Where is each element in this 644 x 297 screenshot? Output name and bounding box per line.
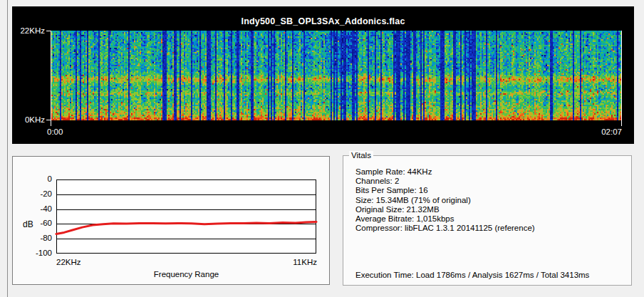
frequency-response-curve <box>13 157 331 286</box>
vitals-title: Vitals <box>349 151 373 160</box>
frequency-range-chart-panel: 0-20-40-60-80-100 dB 22KHz 11KHz Frequen… <box>12 156 330 285</box>
spectrogram-axis-left <box>51 31 51 126</box>
spectrogram-ymax-label: 22KHz <box>14 26 45 35</box>
spectrogram-ymin-label: 0KHz <box>14 115 45 124</box>
vitals-bits-per-sample: Bits Per Sample: 16 <box>355 186 535 195</box>
file-title: Indy500_SB_OPL3SAx_Addonics.flac <box>12 16 634 26</box>
analyzer-window: Indy500_SB_OPL3SAx_Addonics.flac 22KHz 0… <box>0 0 644 297</box>
vitals-list: Sample Rate: 44KHz Channels: 2 Bits Per … <box>355 167 535 233</box>
vitals-original-size: Original Size: 21.32MB <box>355 205 535 214</box>
spectrogram-time-end: 02:07 <box>565 127 622 136</box>
window-frame-edge <box>7 0 8 297</box>
spectrogram-panel: Indy500_SB_OPL3SAx_Addonics.flac 22KHz 0… <box>12 6 634 144</box>
vitals-average-bitrate: Average Bitrate: 1,015kbps <box>355 214 535 224</box>
spectrogram-axis-right <box>621 31 622 126</box>
execution-time: Execution Time: Load 1786ms / Analysis 1… <box>355 271 589 279</box>
vitals-groupbox: Vitals Sample Rate: 44KHz Channels: 2 Bi… <box>343 155 632 286</box>
vitals-sample-rate: Sample Rate: 44KHz <box>355 167 535 177</box>
vitals-size: Size: 15.34MB (71% of original) <box>355 196 535 205</box>
spectrogram-canvas <box>51 31 621 120</box>
spectrogram-time-start: 0:00 <box>47 127 63 136</box>
vitals-channels: Channels: 2 <box>355 177 535 186</box>
vitals-compressor: Compressor: libFLAC 1.3.1 20141125 (refe… <box>355 224 535 233</box>
